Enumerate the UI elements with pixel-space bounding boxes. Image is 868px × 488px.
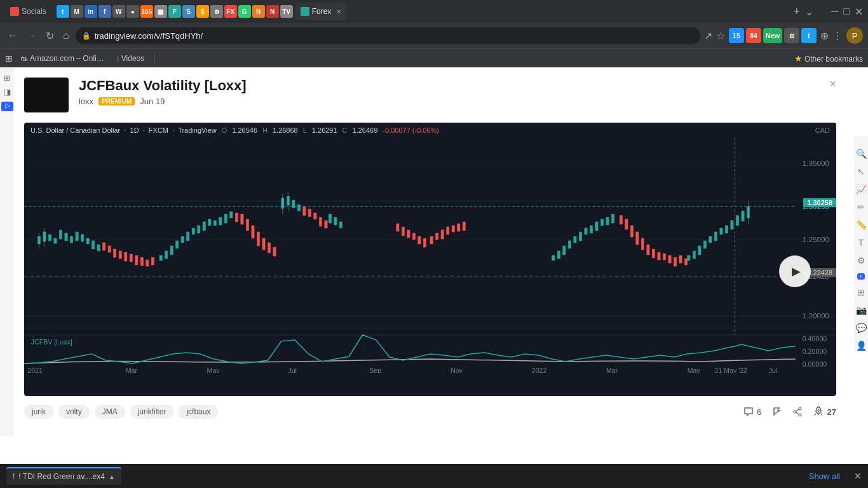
ext-icon-ext9[interactable]: N: [266, 5, 279, 18]
svg-rect-105: [452, 226, 454, 232]
address-bar[interactable]: 🔒 tradingview.com/v/fSTqdHYh/: [76, 27, 700, 44]
taskbar-expand-icon[interactable]: ▲: [109, 473, 115, 480]
star-icon[interactable]: ☆: [716, 30, 725, 42]
restore-btn[interactable]: □: [843, 6, 850, 17]
reload-btn[interactable]: ↻: [43, 27, 57, 44]
ext-new[interactable]: New: [763, 28, 782, 43]
svg-rect-82: [235, 213, 238, 222]
taskbar-close-btn[interactable]: ✕: [854, 471, 862, 481]
tab-label-socials: Socials: [22, 7, 46, 16]
svg-point-144: [794, 410, 796, 413]
ext-icon-twitter[interactable]: t: [57, 5, 69, 18]
tag-jma[interactable]: JMA: [95, 405, 125, 419]
svg-rect-67: [725, 226, 728, 233]
svg-rect-87: [262, 238, 265, 250]
sidebar-highlight[interactable]: ◁: [1, 102, 13, 111]
tag-jurik[interactable]: jurik: [24, 405, 53, 419]
ext-icon-linkedin[interactable]: in: [85, 5, 97, 18]
card-author: loxx: [79, 97, 93, 106]
ext-icon-ext10[interactable]: TV: [280, 5, 293, 18]
svg-text:1.20000: 1.20000: [803, 312, 829, 320]
rs-icon-measure[interactable]: 📏: [856, 220, 867, 230]
boost-btn[interactable]: 27: [813, 406, 836, 417]
svg-rect-96: [402, 227, 404, 236]
page-content: ⊞ ◨ ◁ JCFBaux Volatility [Loxx] loxx PRE…: [0, 67, 868, 464]
svg-rect-93: [319, 217, 322, 226]
ext-icon-fb[interactable]: f: [98, 5, 111, 18]
svg-rect-57: [600, 219, 603, 226]
comments-btn[interactable]: 6: [743, 407, 761, 417]
tag-volty[interactable]: volty: [58, 405, 90, 419]
bookmark-amazon[interactable]: 🛍 Amazon.com – Onli…: [15, 53, 109, 64]
rs-icon-comment2[interactable]: 💬: [856, 323, 867, 333]
ext-icon-mail[interactable]: M: [71, 5, 83, 18]
new-tab-btn[interactable]: +: [793, 5, 800, 18]
tab-close-btn[interactable]: ✕: [336, 8, 341, 15]
tag-jurikfilter[interactable]: jurikfilter: [130, 405, 174, 419]
rs-icon-user[interactable]: 👤: [856, 341, 867, 351]
forward-btn[interactable]: →: [24, 27, 39, 44]
svg-rect-75: [119, 251, 121, 259]
ext-icon-ext6[interactable]: ⊕: [210, 5, 223, 18]
extensions-btn[interactable]: ⊕: [820, 30, 829, 42]
other-bookmarks[interactable]: ★ Other bookmarks: [794, 53, 863, 64]
minimize-btn[interactable]: ─: [831, 6, 838, 17]
taskbar-item[interactable]: ! ! TDI Red Green av....ex4 ▲: [6, 467, 121, 485]
flag-btn[interactable]: [772, 407, 782, 417]
ext-twitter2[interactable]: t: [801, 28, 817, 43]
rs-icon-brush[interactable]: ✏: [857, 202, 865, 212]
home-btn[interactable]: ⌂: [60, 27, 72, 44]
ext-icon-ext5[interactable]: $: [196, 5, 209, 18]
ext-icon-ext2[interactable]: 165: [140, 5, 153, 18]
left-sidebar-icon2[interactable]: ◨: [4, 88, 11, 97]
window-close-btn[interactable]: ✕: [855, 6, 863, 18]
ext-icon-ext1[interactable]: ●: [126, 5, 139, 18]
rs-icon-grid[interactable]: ⊞: [857, 287, 865, 297]
tab-forex[interactable]: Forex ✕: [295, 3, 347, 20]
ext-icon-forex[interactable]: F: [168, 5, 181, 18]
bookmark-videos[interactable]: t Videos: [112, 53, 150, 64]
share-btn[interactable]: [792, 407, 803, 417]
svg-rect-20: [65, 233, 67, 241]
rs-icon-chart[interactable]: 📈: [856, 184, 867, 194]
left-sidebar-icon1[interactable]: ⊞: [4, 74, 10, 83]
rs-icon-settings[interactable]: ⚙: [857, 255, 865, 266]
card-close-btn[interactable]: ×: [829, 78, 836, 91]
svg-point-142: [799, 407, 801, 410]
ext-icon-ext4[interactable]: S: [182, 5, 195, 18]
rs-icon-search[interactable]: 🔍: [856, 149, 867, 159]
ext-84[interactable]: 84: [746, 28, 761, 43]
svg-rect-18: [54, 238, 57, 243]
tab-overflow-btn[interactable]: ⌄: [805, 6, 813, 18]
share-nav-icon[interactable]: ↗: [704, 30, 712, 42]
tag-jcfbaux[interactable]: jcfbaux: [179, 405, 218, 419]
svg-rect-73: [108, 246, 111, 252]
tab-bar: Socials t M in f W ● 165 ▦ F S $ ⊕ FX G …: [0, 0, 868, 23]
apps-icon[interactable]: ⊞: [5, 53, 13, 64]
svg-rect-99: [418, 236, 421, 244]
rs-icon-text[interactable]: T: [858, 238, 864, 248]
ext-icon-wp[interactable]: W: [112, 5, 125, 18]
ext-icon-fx[interactable]: FX: [224, 5, 237, 18]
profile-avatar[interactable]: P: [846, 27, 863, 44]
ext-15[interactable]: 15: [729, 28, 744, 43]
rs-icon-photo[interactable]: 📷: [856, 305, 867, 315]
ext-icon-ext7[interactable]: G: [238, 5, 251, 18]
play-btn[interactable]: ▶: [779, 255, 811, 287]
svg-rect-118: [674, 257, 676, 266]
ext-icon-ext8[interactable]: N: [252, 5, 265, 18]
svg-rect-68: [731, 220, 733, 229]
ext-extra1[interactable]: ⊞: [784, 28, 799, 43]
svg-rect-59: [611, 214, 614, 223]
tab-socials[interactable]: Socials: [5, 3, 51, 20]
ext-icon-ext3[interactable]: ▦: [154, 5, 167, 18]
card-title-area: JCFBaux Volatility [Loxx] loxx PREMIUM J…: [79, 78, 829, 106]
rs-icon-cursor[interactable]: ↖: [857, 166, 865, 177]
card-meta: loxx PREMIUM Jun 19: [79, 97, 829, 106]
svg-rect-23: [81, 234, 83, 241]
show-all-btn[interactable]: Show all: [804, 469, 845, 484]
back-btn[interactable]: ←: [5, 27, 20, 44]
card-title: JCFBaux Volatility [Loxx]: [79, 78, 829, 94]
left-sidebar: ⊞ ◨ ◁: [0, 67, 14, 436]
menu-btn[interactable]: ⋮: [832, 30, 843, 42]
